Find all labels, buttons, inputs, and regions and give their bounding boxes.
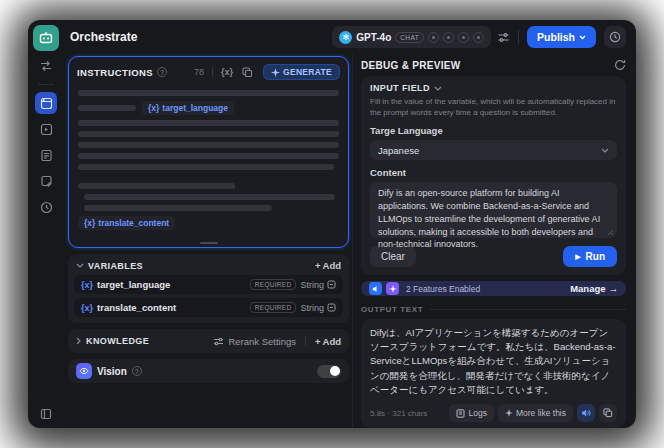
chevron-right-icon[interactable] [76, 337, 81, 345]
model-capability-icon [428, 32, 439, 43]
prompt-editor[interactable]: {x} target_language [69, 84, 348, 248]
model-selector[interactable]: ✻ GPT-4o CHAT [332, 26, 491, 48]
generate-label: GENERATE [283, 67, 332, 77]
redacted-text-line [84, 194, 335, 200]
eye-icon [79, 366, 89, 376]
redacted-text-line [78, 131, 339, 137]
more-like-this-label: More like this [516, 408, 566, 418]
variable-chip[interactable]: {x} target_language [142, 101, 234, 115]
collapse-panel-icon[interactable] [28, 408, 64, 420]
copy-icon[interactable] [242, 67, 253, 78]
model-name: GPT-4o [356, 32, 391, 43]
left-nav-rail [28, 20, 64, 428]
refresh-icon[interactable] [614, 59, 626, 71]
variable-row[interactable]: {x} target_language REQUIRED String [74, 275, 343, 294]
run-button[interactable]: ▶ Run [563, 246, 617, 267]
manage-features-button[interactable]: Manage → [570, 283, 618, 294]
app-window: Orchestrate ✻ GPT-4o CHAT Publish [28, 20, 636, 428]
rerank-label: Rerank Settings [228, 336, 296, 347]
rerank-settings-button[interactable]: Rerank Settings [213, 336, 296, 347]
nav-logs-icon[interactable] [35, 144, 57, 166]
variable-token: {x} [81, 303, 93, 313]
nav-monitoring-icon[interactable] [35, 196, 57, 218]
variable-name: target_language [97, 279, 170, 290]
variable-chip[interactable]: {x} translate_content [78, 216, 175, 230]
publish-button[interactable]: Publish [527, 26, 596, 48]
chevron-down-icon[interactable] [434, 86, 442, 91]
run-label: Run [586, 251, 605, 262]
add-label: Add [323, 336, 341, 347]
debug-panel: DEBUG & PREVIEW INPUT FIELD Fill in the … [352, 54, 636, 428]
model-params-icon[interactable] [497, 31, 510, 44]
sidebar-divider [38, 84, 54, 85]
info-icon: ? [132, 366, 142, 376]
sparkle-icon [505, 409, 513, 417]
play-icon: ▶ [575, 253, 580, 261]
speaker-icon [581, 408, 591, 418]
model-capability-icon [473, 32, 484, 43]
text-to-speech-button[interactable] [577, 404, 595, 422]
input-field-card: INPUT FIELD Fill in the value of the var… [361, 76, 626, 275]
required-badge: REQUIRED [250, 279, 297, 290]
output-card: Difyは、AIアプリケーションを構築するためのオープンソースプラットフォームで… [361, 319, 626, 428]
variable-row[interactable]: {x} translate_content REQUIRED String [74, 298, 343, 317]
history-button[interactable] [604, 26, 626, 48]
redacted-text-line [78, 90, 339, 96]
logs-icon [456, 409, 465, 418]
type-selector[interactable]: String [300, 280, 336, 290]
output-text: Difyは、AIアプリケーションを構築するためのオープンソースプラットフォームで… [370, 326, 617, 397]
content-textarea[interactable]: Dify is an open-source platform for buil… [370, 182, 617, 238]
redacted-text-line [78, 153, 339, 159]
redacted-text-line [78, 183, 235, 189]
resize-handle[interactable] [200, 242, 218, 244]
features-bar[interactable]: 2 Features Enabled Manage → [361, 281, 626, 295]
variables-title: VARIABLES [88, 261, 143, 271]
nav-preview-icon[interactable] [35, 118, 57, 140]
arrow-right-icon: → [609, 283, 619, 294]
add-label: Add [323, 260, 341, 271]
output-text-title: OUTPUT TEXT [361, 305, 423, 314]
variable-name: translate_content [98, 218, 169, 228]
string-type-icon [327, 280, 336, 289]
insert-variable-button[interactable]: {x} [221, 67, 233, 77]
more-like-this-button[interactable]: More like this [498, 404, 573, 422]
string-type-icon [327, 303, 336, 312]
instructions-panel[interactable]: INSTRUCTIONS ? 78 {x} GENERATE [68, 56, 349, 248]
model-mode-badge: CHAT [395, 32, 424, 43]
publish-label: Publish [537, 31, 575, 43]
knowledge-card: KNOWLEDGE Rerank Settings + Add [68, 329, 349, 353]
add-variable-button[interactable]: + Add [315, 260, 341, 271]
vision-feature-icon [76, 363, 92, 379]
nav-orchestrate-icon[interactable] [35, 92, 57, 114]
copy-button[interactable] [599, 404, 617, 422]
type-selector[interactable]: String [300, 303, 336, 313]
target-language-label: Targe Language [370, 125, 617, 136]
model-capability-icon [458, 32, 469, 43]
resize-grip-icon[interactable] [607, 229, 614, 236]
app-logo[interactable] [33, 25, 59, 51]
vision-card: Vision ? [68, 359, 349, 383]
variable-token: {x} [84, 218, 95, 228]
redacted-text-line [84, 205, 272, 211]
vision-toggle[interactable] [317, 365, 341, 378]
top-bar: Orchestrate ✻ GPT-4o CHAT Publish [64, 20, 636, 54]
model-capability-icon [443, 32, 454, 43]
copy-icon [603, 408, 613, 418]
redacted-text-line [78, 142, 339, 148]
add-knowledge-button[interactable]: + Add [315, 336, 341, 347]
chevron-down-icon [579, 35, 586, 40]
target-language-select[interactable]: Japanese [370, 140, 617, 160]
chevron-down-icon[interactable] [76, 263, 84, 268]
variable-token: {x} [81, 280, 93, 290]
logs-button[interactable]: Logs [449, 404, 493, 422]
logs-label: Logs [468, 408, 486, 418]
type-label: String [300, 303, 324, 313]
generate-button[interactable]: GENERATE [263, 64, 340, 80]
input-field-description: Fill in the value of the variable, which… [370, 96, 617, 118]
nav-annotation-icon[interactable] [35, 170, 57, 192]
switch-app-icon[interactable] [35, 55, 57, 77]
robot-icon [38, 30, 54, 46]
clock-icon [609, 31, 621, 43]
type-label: String [300, 280, 324, 290]
sparkle-icon [271, 68, 280, 77]
